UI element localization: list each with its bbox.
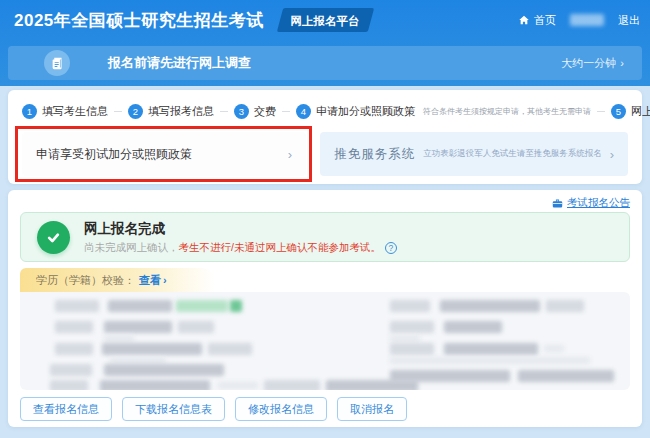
- steps-card: 1 填写考生信息 2 填写报考信息 3 交费 4 申请加分或照顾政策 符合条件考…: [8, 90, 642, 184]
- redacted-field: [208, 343, 252, 355]
- redacted-field: [390, 343, 434, 355]
- step-connector: [597, 111, 605, 112]
- redacted-field: [108, 300, 172, 312]
- redacted-field: [104, 321, 172, 333]
- success-check-icon: [37, 221, 70, 254]
- username-redacted: [570, 14, 604, 26]
- top-blue-zone: 2025年全国硕士研究生招生考试 网上报名平台 首页 退出 报名前请先进行网上调…: [0, 0, 650, 86]
- header-actions: 首页 退出: [518, 13, 640, 28]
- home-label: 首页: [534, 13, 556, 28]
- redacted-field: [546, 300, 584, 312]
- redacted-field: [440, 300, 540, 312]
- step-connector: [114, 111, 122, 112]
- step-3-number: 3: [234, 104, 249, 119]
- status-texts: 网上报名完成 尚未完成网上确认， 考生不进行/未通过网上确认不能参加考试。 ?: [84, 220, 397, 255]
- page-title: 2025年全国硕士研究生招生考试: [14, 9, 264, 32]
- redacted-field: [264, 380, 320, 390]
- step-2-label: 填写报考信息: [148, 104, 214, 119]
- logout-link[interactable]: 退出: [618, 13, 640, 28]
- announcement-link-label: 考试报名公告: [567, 196, 630, 210]
- steps-bar: 1 填写考生信息 2 填写报考信息 3 交费 4 申请加分或照顾政策 符合条件考…: [16, 100, 634, 122]
- step-1-number: 1: [22, 104, 37, 119]
- step-4-label: 申请加分或照顾政策: [316, 104, 415, 119]
- cancel-registration-button[interactable]: 取消报名: [337, 397, 407, 421]
- chevron-right-icon: ›: [163, 274, 167, 286]
- redacted-field: [100, 380, 210, 390]
- xueli-verification-tab: 学历（学籍）校验： 查看 ›: [20, 268, 215, 292]
- survey-icon: [44, 50, 70, 76]
- redacted-status-badge: [230, 300, 242, 312]
- redacted-field: [444, 343, 538, 355]
- app-header: 2025年全国硕士研究生招生考试 网上报名平台 首页 退出: [0, 0, 650, 40]
- redacted-field: [110, 357, 166, 364]
- redacted-field: [390, 335, 420, 342]
- status-subtitle-warning: 考生不进行/未通过网上确认不能参加考试。: [179, 241, 381, 255]
- policy-card-label: 申请享受初试加分或照顾政策: [36, 146, 192, 163]
- status-panel: 网上报名完成 尚未完成网上确认， 考生不进行/未通过网上确认不能参加考试。 ?: [20, 212, 630, 262]
- status-subtitle: 尚未完成网上确认， 考生不进行/未通过网上确认不能参加考试。 ?: [84, 241, 397, 255]
- step-4: 4 申请加分或照顾政策 符合条件考生须按规定申请，其他考生无需申请: [296, 104, 591, 119]
- redacted-field: [544, 345, 564, 352]
- platform-badge-label: 网上报名平台: [290, 14, 359, 29]
- step-4-note: 符合条件考生须按规定申请，其他考生无需申请: [423, 106, 591, 117]
- redacted-field: [518, 370, 614, 382]
- step-3-label: 交费: [254, 104, 276, 119]
- redacted-field: [390, 321, 434, 333]
- redacted-status-badge: [176, 300, 228, 312]
- step-4-number: 4: [296, 104, 311, 119]
- redacted-field: [55, 300, 99, 312]
- status-subtitle-gray: 尚未完成网上确认，: [84, 241, 179, 255]
- tuimian-card-label: 推免服务系统: [334, 146, 415, 163]
- status-title: 网上报名完成: [84, 220, 397, 238]
- redacted-field: [444, 321, 502, 333]
- registration-info-panel: [20, 292, 630, 390]
- redacted-field: [50, 380, 88, 390]
- registration-status-card: 考试报名公告 网上报名完成 尚未完成网上确认， 考生不进行/未通过网上确认不能参…: [8, 190, 642, 427]
- redacted-field: [102, 343, 202, 355]
- policy-card[interactable]: 申请享受初试加分或照顾政策 ›: [22, 132, 306, 176]
- step-2: 2 填写报考信息: [128, 104, 214, 119]
- tuimian-card[interactable]: 推免服务系统 立功表彰退役军人免试生请至推免服务系统报名 ›: [320, 132, 628, 176]
- step-1-label: 填写考生信息: [42, 104, 108, 119]
- announcement-row: 考试报名公告: [20, 196, 630, 210]
- platform-badge: 网上报名平台: [277, 8, 374, 32]
- announcement-link[interactable]: 考试报名公告: [552, 196, 630, 210]
- help-icon[interactable]: ?: [385, 242, 397, 254]
- entry-cards: 申请享受初试加分或照顾政策 › 推免服务系统 立功表彰退役军人免试生请至推免服务…: [16, 132, 634, 176]
- redacted-field: [390, 357, 590, 364]
- action-buttons: 查看报名信息 下载报名信息表 修改报名信息 取消报名: [20, 397, 630, 421]
- redacted-field: [218, 382, 258, 389]
- view-info-button[interactable]: 查看报名信息: [20, 397, 112, 421]
- announcement-icon: [552, 198, 563, 209]
- redacted-field: [104, 335, 134, 342]
- redacted-field: [178, 321, 214, 333]
- redacted-field: [55, 343, 93, 355]
- step-connector: [282, 111, 290, 112]
- chevron-right-icon: ›: [610, 147, 614, 162]
- chevron-right-icon: ›: [620, 57, 624, 69]
- redacted-field: [55, 321, 93, 333]
- view-link[interactable]: 查看 ›: [139, 273, 167, 288]
- home-icon: [518, 14, 530, 26]
- step-5-number: 5: [611, 104, 626, 119]
- survey-duration: 大约一分钟 ›: [561, 56, 624, 71]
- survey-duration-label: 大约一分钟: [561, 56, 616, 71]
- survey-banner-text: 报名前请先进行网上调查: [108, 54, 251, 72]
- survey-banner[interactable]: 报名前请先进行网上调查 大约一分钟 ›: [8, 46, 642, 80]
- step-2-number: 2: [128, 104, 143, 119]
- step-connector: [220, 111, 228, 112]
- step-3: 3 交费: [234, 104, 276, 119]
- redacted-field: [104, 364, 224, 376]
- redacted-field: [50, 364, 92, 376]
- home-link[interactable]: 首页: [518, 13, 556, 28]
- download-form-button[interactable]: 下载报名信息表: [122, 397, 225, 421]
- tuimian-card-note: 立功表彰退役军人免试生请至推免服务系统报名: [423, 148, 602, 160]
- xueli-tab-label: 学历（学籍）校验：: [36, 273, 135, 288]
- step-5: 5 网上确认: [611, 104, 650, 119]
- chevron-right-icon: ›: [288, 147, 292, 162]
- step-5-label: 网上确认: [631, 104, 650, 119]
- redacted-field: [390, 300, 430, 312]
- view-link-label: 查看: [139, 273, 161, 288]
- redacted-field: [390, 370, 510, 382]
- modify-info-button[interactable]: 修改报名信息: [235, 397, 327, 421]
